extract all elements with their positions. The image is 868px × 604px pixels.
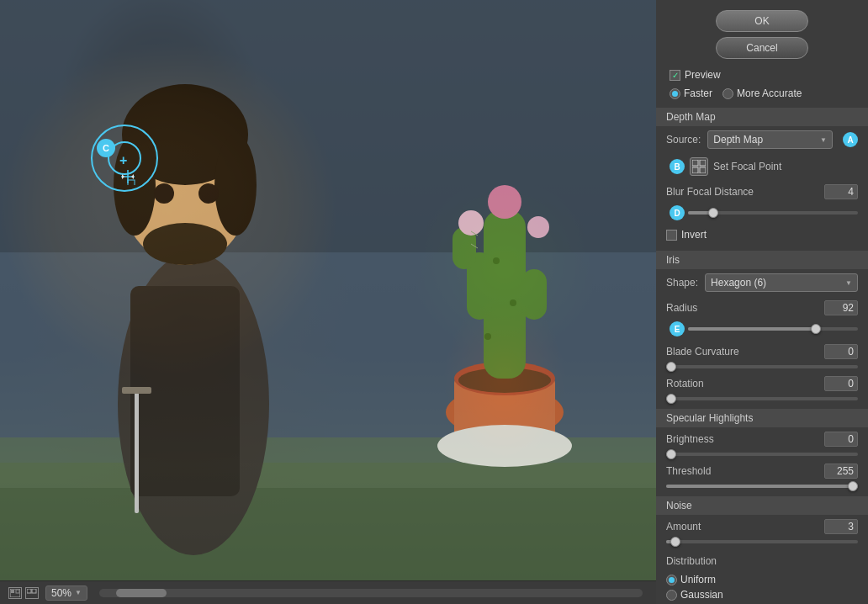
svg-rect-40 <box>27 589 31 593</box>
radius-slider-fill <box>688 327 816 331</box>
threshold-row: Threshold <box>656 459 868 483</box>
shape-label: Shape: <box>666 277 698 289</box>
source-label: Source: <box>666 134 701 146</box>
blur-focal-input[interactable] <box>824 184 858 199</box>
rotation-input[interactable] <box>824 376 858 391</box>
status-icons <box>8 587 39 599</box>
svg-point-23 <box>493 257 500 264</box>
source-dropdown[interactable]: Depth Map ▼ <box>707 130 833 149</box>
blur-focal-slider-thumb[interactable] <box>708 208 718 218</box>
amount-input[interactable] <box>824 519 858 534</box>
gaussian-label: Gaussian <box>680 589 723 601</box>
svg-rect-1 <box>0 0 656 252</box>
blur-focal-row: Blur Focal Distance <box>656 180 868 204</box>
faster-radio[interactable] <box>670 88 680 99</box>
gaussian-radio-label[interactable]: Gaussian <box>666 589 858 601</box>
svg-point-25 <box>484 333 491 340</box>
zoom-control[interactable]: 50% ▼ <box>45 585 87 601</box>
radius-slider[interactable] <box>688 327 858 331</box>
radius-slider-thumb[interactable] <box>811 324 821 334</box>
svg-rect-41 <box>32 589 36 593</box>
rotation-slider-thumb[interactable] <box>666 394 676 404</box>
more-accurate-radio-label[interactable]: More Accurate <box>722 87 802 99</box>
button-row: OK Cancel <box>656 0 868 66</box>
blade-curvature-slider-row <box>656 363 868 372</box>
svg-point-29 <box>437 425 572 467</box>
uniform-radio[interactable] <box>666 575 677 585</box>
badge-c: C <box>97 139 115 157</box>
preview-checkbox-label[interactable]: Preview <box>670 69 721 81</box>
focal-btn-label: Set Focal Point <box>713 161 781 172</box>
uniform-radio-label[interactable]: Uniform <box>666 574 858 585</box>
svg-rect-45 <box>700 167 706 173</box>
svg-point-26 <box>488 185 521 219</box>
focal-btn-row: B Set Focal Point <box>656 153 868 180</box>
preview-checkbox[interactable] <box>670 70 680 81</box>
svg-point-9 <box>154 183 174 204</box>
horizontal-scrollbar[interactable] <box>99 589 643 597</box>
zoom-arrow: ▼ <box>75 589 82 596</box>
gaussian-radio[interactable] <box>666 590 677 601</box>
rotation-label: Rotation <box>666 378 824 389</box>
invert-checkbox-label[interactable]: Invert <box>666 229 707 241</box>
faster-label: Faster <box>684 87 712 99</box>
brightness-input[interactable] <box>824 432 858 447</box>
amount-slider-thumb[interactable] <box>670 537 680 547</box>
svg-rect-13 <box>135 387 139 513</box>
cancel-button[interactable]: Cancel <box>716 37 808 59</box>
amount-row: Amount <box>656 515 868 538</box>
preview-area: C 5 <box>0 0 656 604</box>
blade-curvature-slider-thumb[interactable] <box>666 362 676 372</box>
badge-b-sidebar: B <box>670 159 685 174</box>
faster-radio-label[interactable]: Faster <box>670 87 712 99</box>
blade-curvature-input[interactable] <box>824 344 858 359</box>
iris-section-header: Iris <box>656 251 868 269</box>
sidebar: OK Cancel Preview Faster More Accurate D… <box>656 0 868 604</box>
amount-slider[interactable] <box>666 540 858 543</box>
svg-rect-14 <box>122 387 151 394</box>
badge-d-sidebar: D <box>670 205 685 220</box>
distribution-row: Uniform Gaussian <box>656 570 868 604</box>
shape-row: Shape: Hexagon (6) ▼ <box>656 269 868 296</box>
preview-canvas[interactable]: C <box>0 0 656 580</box>
svg-rect-38 <box>11 590 14 593</box>
svg-rect-39 <box>16 590 19 593</box>
zoom-value: 50% <box>51 587 71 599</box>
brightness-slider[interactable] <box>666 453 858 456</box>
svg-rect-42 <box>692 160 698 166</box>
threshold-slider-fill <box>666 485 858 488</box>
rotation-slider[interactable] <box>666 397 858 400</box>
radius-input[interactable] <box>824 300 858 315</box>
threshold-slider[interactable] <box>666 485 858 488</box>
blur-focal-slider[interactable] <box>688 211 858 215</box>
rotation-row: Rotation <box>656 372 868 395</box>
amount-slider-row <box>656 538 868 547</box>
view-icon[interactable] <box>8 587 22 599</box>
brightness-slider-thumb[interactable] <box>666 449 676 459</box>
radius-slider-row: E <box>656 320 868 340</box>
more-accurate-radio[interactable] <box>722 88 733 99</box>
noise-section-header: Noise <box>656 496 868 515</box>
specular-section-header: Specular Highlights <box>656 409 868 427</box>
brightness-label: Brightness <box>666 433 824 445</box>
threshold-slider-thumb[interactable] <box>848 481 858 491</box>
distribution-label: Distribution <box>656 552 868 570</box>
shape-dropdown[interactable]: Hexagon (6) ▼ <box>705 273 858 292</box>
grid-icon[interactable] <box>25 587 39 599</box>
invert-checkbox[interactable] <box>666 230 677 241</box>
svg-point-10 <box>198 183 219 204</box>
noise-section-label: Noise <box>666 500 692 511</box>
blade-curvature-slider[interactable] <box>666 365 858 368</box>
source-value: Depth Map <box>713 134 763 146</box>
svg-rect-21 <box>521 269 547 320</box>
threshold-slider-row <box>656 483 868 491</box>
status-bar: 50% ▼ <box>0 580 656 604</box>
radius-row: Radius <box>656 296 868 320</box>
shape-dropdown-arrow: ▼ <box>845 279 852 287</box>
depth-map-section-header: Depth Map <box>656 108 868 126</box>
threshold-input[interactable] <box>824 464 858 479</box>
ok-button[interactable]: OK <box>716 10 808 32</box>
threshold-label: Threshold <box>666 465 824 477</box>
svg-rect-43 <box>700 160 706 166</box>
focal-point-button[interactable] <box>690 157 708 176</box>
